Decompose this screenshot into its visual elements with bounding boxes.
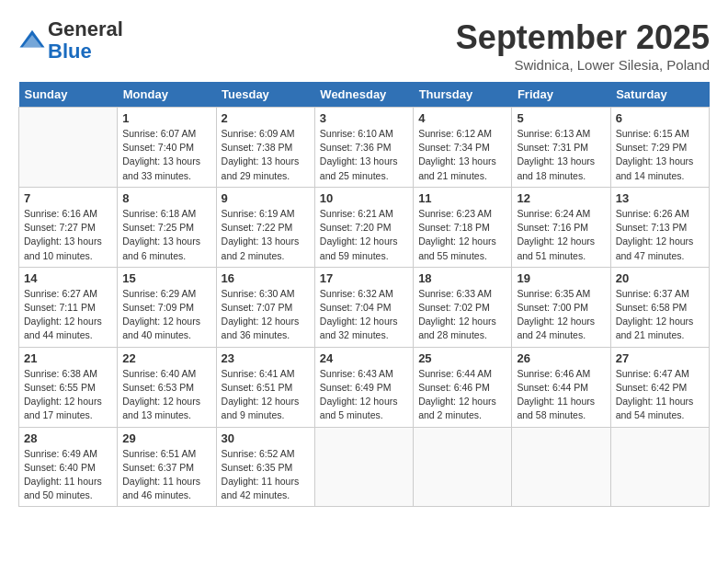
- calendar-cell: 18Sunrise: 6:33 AM Sunset: 7:02 PM Dayli…: [414, 267, 512, 347]
- location: Swidnica, Lower Silesia, Poland: [456, 57, 710, 73]
- day-info: Sunrise: 6:47 AM Sunset: 6:42 PM Dayligh…: [616, 367, 704, 423]
- calendar-week-row: 7Sunrise: 6:16 AM Sunset: 7:27 PM Daylig…: [19, 187, 710, 267]
- day-number: 24: [320, 351, 408, 365]
- day-number: 8: [122, 191, 210, 205]
- calendar-cell: 20Sunrise: 6:37 AM Sunset: 6:58 PM Dayli…: [610, 267, 709, 347]
- day-number: 4: [418, 111, 506, 125]
- calendar-week-row: 14Sunrise: 6:27 AM Sunset: 7:11 PM Dayli…: [19, 267, 710, 347]
- day-info: Sunrise: 6:32 AM Sunset: 7:04 PM Dayligh…: [320, 287, 408, 343]
- day-info: Sunrise: 6:29 AM Sunset: 7:09 PM Dayligh…: [122, 287, 210, 343]
- calendar-cell: 6Sunrise: 6:15 AM Sunset: 7:29 PM Daylig…: [610, 108, 709, 188]
- day-number: 17: [320, 271, 408, 285]
- calendar-cell: 19Sunrise: 6:35 AM Sunset: 7:00 PM Dayli…: [512, 267, 610, 347]
- calendar-week-row: 28Sunrise: 6:49 AM Sunset: 6:40 PM Dayli…: [19, 427, 710, 507]
- logo-general: General: [48, 17, 123, 40]
- day-number: 10: [320, 191, 408, 205]
- day-number: 5: [517, 111, 605, 125]
- day-info: Sunrise: 6:40 AM Sunset: 6:53 PM Dayligh…: [122, 367, 210, 423]
- calendar-cell: 27Sunrise: 6:47 AM Sunset: 6:42 PM Dayli…: [610, 347, 709, 427]
- calendar-cell: 8Sunrise: 6:18 AM Sunset: 7:25 PM Daylig…: [118, 187, 216, 267]
- day-info: Sunrise: 6:07 AM Sunset: 7:40 PM Dayligh…: [122, 127, 210, 183]
- calendar-cell: [512, 427, 610, 507]
- calendar-cell: 22Sunrise: 6:40 AM Sunset: 6:53 PM Dayli…: [118, 347, 216, 427]
- calendar-cell: [414, 427, 512, 507]
- calendar-cell: 2Sunrise: 6:09 AM Sunset: 7:38 PM Daylig…: [216, 108, 314, 188]
- calendar-cell: 10Sunrise: 6:21 AM Sunset: 7:20 PM Dayli…: [314, 187, 413, 267]
- calendar-week-row: 21Sunrise: 6:38 AM Sunset: 6:55 PM Dayli…: [19, 347, 710, 427]
- day-number: 29: [122, 431, 210, 445]
- day-number: 14: [24, 271, 112, 285]
- day-number: 12: [517, 191, 605, 205]
- calendar-cell: 23Sunrise: 6:41 AM Sunset: 6:51 PM Dayli…: [216, 347, 314, 427]
- page-header: General Blue September 2025 Swidnica, Lo…: [18, 18, 710, 73]
- day-info: Sunrise: 6:37 AM Sunset: 6:58 PM Dayligh…: [616, 287, 704, 343]
- day-number: 26: [517, 351, 605, 365]
- day-info: Sunrise: 6:52 AM Sunset: 6:35 PM Dayligh…: [222, 447, 310, 503]
- calendar-cell: 1Sunrise: 6:07 AM Sunset: 7:40 PM Daylig…: [118, 108, 216, 188]
- calendar-cell: 13Sunrise: 6:26 AM Sunset: 7:13 PM Dayli…: [610, 187, 709, 267]
- day-info: Sunrise: 6:19 AM Sunset: 7:22 PM Dayligh…: [222, 207, 310, 263]
- calendar-cell: 12Sunrise: 6:24 AM Sunset: 7:16 PM Dayli…: [512, 187, 610, 267]
- day-info: Sunrise: 6:21 AM Sunset: 7:20 PM Dayligh…: [320, 207, 408, 263]
- day-number: 15: [122, 271, 210, 285]
- day-info: Sunrise: 6:44 AM Sunset: 6:46 PM Dayligh…: [418, 367, 506, 423]
- day-info: Sunrise: 6:46 AM Sunset: 6:44 PM Dayligh…: [517, 367, 605, 423]
- logo-blue: Blue: [48, 40, 92, 63]
- calendar-cell: [314, 427, 413, 507]
- day-info: Sunrise: 6:43 AM Sunset: 6:49 PM Dayligh…: [320, 367, 408, 423]
- calendar-cell: 30Sunrise: 6:52 AM Sunset: 6:35 PM Dayli…: [216, 427, 314, 507]
- weekday-header: Saturday: [610, 82, 709, 108]
- day-number: 18: [418, 271, 506, 285]
- day-info: Sunrise: 6:26 AM Sunset: 7:13 PM Dayligh…: [616, 207, 704, 263]
- weekday-header: Sunday: [19, 82, 118, 108]
- title-block: September 2025 Swidnica, Lower Silesia, …: [456, 18, 710, 73]
- day-number: 16: [222, 271, 310, 285]
- day-info: Sunrise: 6:24 AM Sunset: 7:16 PM Dayligh…: [517, 207, 605, 263]
- calendar-week-row: 1Sunrise: 6:07 AM Sunset: 7:40 PM Daylig…: [19, 108, 710, 188]
- calendar-cell: [610, 427, 709, 507]
- day-number: 22: [122, 351, 210, 365]
- weekday-header: Monday: [118, 82, 216, 108]
- weekday-header: Tuesday: [216, 82, 314, 108]
- day-info: Sunrise: 6:16 AM Sunset: 7:27 PM Dayligh…: [24, 207, 112, 263]
- day-number: 20: [616, 271, 704, 285]
- calendar-cell: 9Sunrise: 6:19 AM Sunset: 7:22 PM Daylig…: [216, 187, 314, 267]
- day-info: Sunrise: 6:12 AM Sunset: 7:34 PM Dayligh…: [418, 127, 506, 183]
- day-number: 30: [222, 431, 310, 445]
- day-number: 11: [418, 191, 506, 205]
- day-number: 13: [616, 191, 704, 205]
- day-number: 27: [616, 351, 704, 365]
- month-title: September 2025: [456, 18, 710, 57]
- calendar-cell: 26Sunrise: 6:46 AM Sunset: 6:44 PM Dayli…: [512, 347, 610, 427]
- day-number: 19: [517, 271, 605, 285]
- calendar-cell: 11Sunrise: 6:23 AM Sunset: 7:18 PM Dayli…: [414, 187, 512, 267]
- calendar-cell: 17Sunrise: 6:32 AM Sunset: 7:04 PM Dayli…: [314, 267, 413, 347]
- calendar-cell: 21Sunrise: 6:38 AM Sunset: 6:55 PM Dayli…: [19, 347, 118, 427]
- logo: General Blue: [18, 18, 123, 63]
- calendar-cell: 14Sunrise: 6:27 AM Sunset: 7:11 PM Dayli…: [19, 267, 118, 347]
- calendar-cell: 29Sunrise: 6:51 AM Sunset: 6:37 PM Dayli…: [118, 427, 216, 507]
- calendar-cell: 16Sunrise: 6:30 AM Sunset: 7:07 PM Dayli…: [216, 267, 314, 347]
- day-number: 28: [24, 431, 112, 445]
- day-number: 2: [222, 111, 310, 125]
- day-info: Sunrise: 6:41 AM Sunset: 6:51 PM Dayligh…: [222, 367, 310, 423]
- day-info: Sunrise: 6:15 AM Sunset: 7:29 PM Dayligh…: [616, 127, 704, 183]
- calendar-cell: 4Sunrise: 6:12 AM Sunset: 7:34 PM Daylig…: [414, 108, 512, 188]
- day-number: 3: [320, 111, 408, 125]
- day-info: Sunrise: 6:10 AM Sunset: 7:36 PM Dayligh…: [320, 127, 408, 183]
- logo-text: General Blue: [48, 18, 123, 63]
- day-info: Sunrise: 6:23 AM Sunset: 7:18 PM Dayligh…: [418, 207, 506, 263]
- day-number: 25: [418, 351, 506, 365]
- day-info: Sunrise: 6:13 AM Sunset: 7:31 PM Dayligh…: [517, 127, 605, 183]
- day-info: Sunrise: 6:38 AM Sunset: 6:55 PM Dayligh…: [24, 367, 112, 423]
- calendar-cell: 28Sunrise: 6:49 AM Sunset: 6:40 PM Dayli…: [19, 427, 118, 507]
- day-info: Sunrise: 6:35 AM Sunset: 7:00 PM Dayligh…: [517, 287, 605, 343]
- day-info: Sunrise: 6:33 AM Sunset: 7:02 PM Dayligh…: [418, 287, 506, 343]
- calendar-cell: 3Sunrise: 6:10 AM Sunset: 7:36 PM Daylig…: [314, 108, 413, 188]
- day-info: Sunrise: 6:27 AM Sunset: 7:11 PM Dayligh…: [24, 287, 112, 343]
- day-info: Sunrise: 6:49 AM Sunset: 6:40 PM Dayligh…: [24, 447, 112, 503]
- day-info: Sunrise: 6:18 AM Sunset: 7:25 PM Dayligh…: [122, 207, 210, 263]
- day-number: 7: [24, 191, 112, 205]
- day-number: 1: [122, 111, 210, 125]
- day-number: 6: [616, 111, 704, 125]
